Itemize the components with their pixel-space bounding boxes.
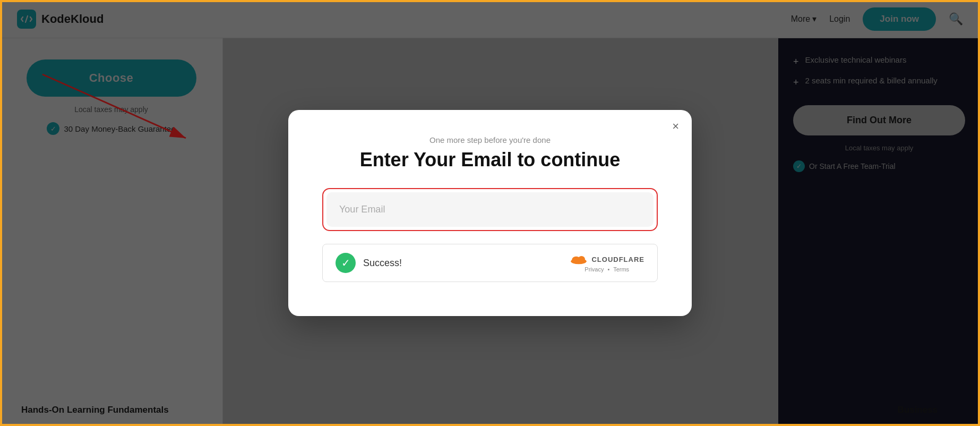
email-modal: × One more step before you're done Enter…: [288, 110, 692, 316]
email-input[interactable]: [326, 192, 654, 227]
cloudflare-logo: CLOUDFLARE: [569, 253, 644, 265]
success-text: Success!: [363, 258, 402, 269]
email-input-wrapper: [322, 188, 658, 231]
cf-links: Privacy • Terms: [584, 266, 629, 272]
modal-subtitle: One more step before you're done: [322, 135, 658, 144]
svg-point-5: [571, 259, 587, 263]
success-check-icon: ✓: [336, 253, 356, 273]
captcha-bar: ✓ Success! CLOUDFLARE Privacy • Terms: [322, 244, 658, 282]
captcha-left: ✓ Success!: [336, 253, 402, 273]
modal-title: Enter Your Email to continue: [322, 149, 658, 171]
cloudflare-branding: CLOUDFLARE Privacy • Terms: [569, 253, 644, 272]
close-button[interactable]: ×: [672, 121, 679, 132]
